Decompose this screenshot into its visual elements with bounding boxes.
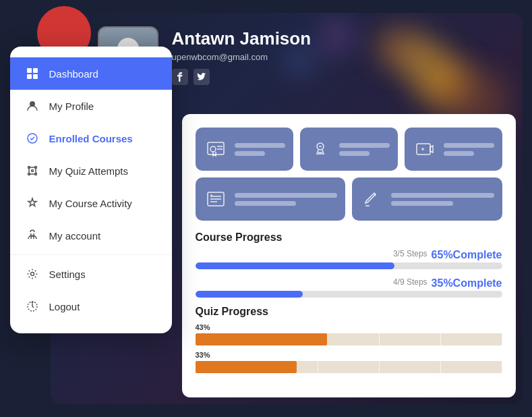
dashboard-icon [25,66,40,81]
sidebar-label-enrolled-courses: Enrolled Courses [49,133,133,144]
card-lines-1 [235,143,285,156]
quiz-grid-line [318,361,380,373]
sidebar-label-my-profile: My Profile [49,101,94,112]
twitter-icon[interactable] [194,69,210,85]
scene: Antawn Jamison upenwbcom@gmail.com [10,13,523,404]
card-lines-3 [444,143,494,156]
svg-rect-3 [33,74,38,79]
svg-rect-29 [210,194,212,196]
progress-row-2: 4/9 Steps 35%Complete [196,277,502,298]
progress-bar-fill-1 [196,262,395,269]
progress-steps-1: 3/5 Steps [393,249,427,261]
card-line-short [339,151,370,156]
progress-complete-1: 65%Complete [432,249,502,261]
svg-rect-2 [27,74,32,79]
book-icon [308,137,332,161]
card-line-short [235,151,265,156]
account-icon [25,228,40,243]
card-line-short [235,201,297,206]
card-line-short [391,201,453,206]
progress-row-1: 3/5 Steps 65%Complete [196,249,502,269]
user-name: Antawn Jamison [172,28,312,49]
sidebar-label-my-course-activity: My Course Activity [49,198,132,209]
progress-steps-2: 4/9 Steps [393,277,427,289]
bokeh-6 [394,33,442,80]
quiz-progress-title: Quiz Progress [196,306,268,317]
sidebar-label-my-account: My account [49,230,101,242]
card-lines-2 [339,143,390,156]
card-lines-5 [391,193,494,206]
main-content: Course Progress 3/5 Steps 65%Complete 4/… [182,114,516,397]
quiz-grid-line [380,361,441,373]
quiz-grid-line [441,361,502,373]
stats-grid-row1 [196,128,502,171]
stat-card-certificate [196,128,293,171]
card-line [391,193,494,198]
sidebar-item-logout[interactable]: Logout [10,290,172,323]
quiz-grid-line [380,333,441,345]
sidebar-item-my-profile[interactable]: My Profile [10,90,172,122]
stat-card-book [300,128,398,171]
progress-complete-2: 35%Complete [432,277,502,289]
progress-bar-fill-2 [196,291,303,298]
svg-point-7 [31,170,33,172]
card-line [444,143,494,148]
quiz-grid-line [318,333,380,345]
quiz-bar-fill-1 [196,333,328,345]
sidebar-item-settings[interactable]: Settings [10,258,172,290]
quiz-progress-section: Quiz Progress 43% [196,306,502,373]
svg-point-24 [421,148,424,150]
settings-icon [25,267,40,281]
quiz-icon [25,163,40,178]
quiz-bars-1 [196,333,502,345]
quiz-label-1: 43% [196,323,502,331]
profile-info: Antawn Jamison upenwbcom@gmail.com [172,28,312,85]
course-activity-icon [25,196,40,211]
sidebar-label-settings: Settings [49,269,86,280]
quiz-bar-container-2: 33% [196,351,502,373]
quiz-label-2: 33% [196,351,502,359]
svg-rect-1 [33,68,38,73]
facebook-icon[interactable] [172,69,188,85]
card-line-short [444,151,474,156]
stat-card-list [196,177,346,221]
svg-point-15 [30,273,34,276]
quiz-bars-2 [196,361,502,373]
sidebar-divider [10,254,172,255]
stats-grid-row2 [196,177,502,221]
sidebar-label-my-quiz-attempts: My Quiz Attempts [49,165,129,177]
sidebar-item-my-account[interactable]: My account [10,219,172,252]
user-email: upenwbcom@gmail.com [172,52,312,62]
sidebar-item-enrolled-courses[interactable]: Enrolled Courses [10,122,172,155]
quiz-bar-fill-2 [196,361,297,373]
svg-point-19 [210,146,216,152]
progress-bar-wrap-1 [196,262,502,269]
logout-icon [25,299,40,314]
card-line [339,143,390,148]
enrolled-courses-icon [25,131,40,146]
quiz-grid-line [441,333,502,345]
sidebar-item-dashboard[interactable]: Dashboard [10,57,172,90]
stat-card-edit [352,177,502,221]
sidebar-label-logout: Logout [49,301,80,312]
profile-icon [25,99,40,113]
course-progress-section: Course Progress 3/5 Steps 65%Complete 4/… [196,231,502,298]
list-icon [204,187,228,211]
sidebar-item-my-quiz-attempts[interactable]: My Quiz Attempts [10,155,172,187]
sidebar: Dashboard My Profile Enrolled Courses [10,47,172,333]
sidebar-label-dashboard: Dashboard [49,68,98,80]
sidebar-item-my-course-activity[interactable]: My Course Activity [10,187,172,219]
edit-icon [360,187,384,211]
card-lines-4 [235,193,338,206]
bokeh-4 [320,20,354,53]
course-progress-title: Course Progress [196,231,283,244]
social-icons [172,69,312,85]
svg-rect-0 [27,68,32,73]
certificate-icon [204,137,228,161]
quiz-bar-container-1: 43% [196,323,502,345]
progress-bar-wrap-2 [196,291,502,298]
card-line [235,143,285,148]
stat-card-video [405,128,502,171]
card-line [235,193,338,198]
video-icon [413,137,437,161]
